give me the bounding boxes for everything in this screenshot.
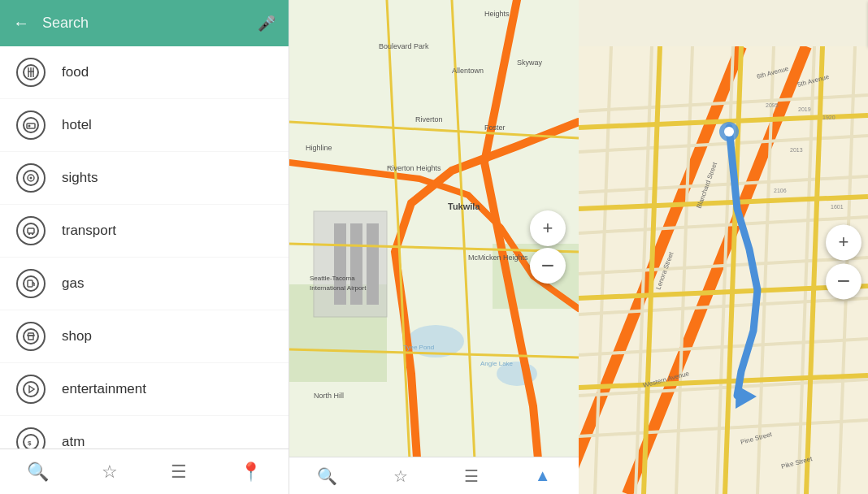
- svg-text:Highline: Highline: [306, 144, 332, 152]
- back-button[interactable]: ←: [13, 14, 29, 32]
- menu-item-gas-label: gas: [62, 275, 84, 292]
- search-map-icon[interactable]: 🔍: [317, 466, 337, 486]
- zoom-out-button[interactable]: −: [530, 248, 566, 284]
- sights-icon: [16, 163, 46, 193]
- svg-point-10: [30, 177, 33, 180]
- svg-text:Seattle-Tacoma: Seattle-Tacoma: [310, 275, 355, 282]
- zoom-out-nav-button[interactable]: −: [826, 263, 861, 299]
- menu-item-gas[interactable]: gas: [0, 258, 289, 310]
- map-overview[interactable]: Heights Boulevard Park Allentown Skyway …: [289, 0, 579, 494]
- svg-text:Foster: Foster: [484, 124, 506, 132]
- favorites-map-icon[interactable]: ☆: [393, 466, 408, 486]
- svg-point-5: [24, 118, 38, 132]
- menu-item-shop-label: shop: [62, 328, 92, 344]
- menu-item-atm-label: atm: [62, 434, 85, 448]
- bottom-toolbar-left: 🔍 ☆ ☰ 📍: [0, 448, 289, 494]
- search-icon[interactable]: 🔍: [27, 462, 49, 483]
- search-input-label[interactable]: Search: [42, 15, 245, 32]
- zoom-in-button[interactable]: +: [530, 210, 566, 246]
- menu-item-sights[interactable]: sights: [0, 152, 289, 205]
- menu-item-transport[interactable]: transport: [0, 205, 289, 258]
- navigate-map-icon[interactable]: ▲: [535, 466, 551, 485]
- svg-text:$: $: [28, 440, 32, 447]
- svg-text:Riverton: Riverton: [415, 115, 443, 124]
- menu-item-food-label: food: [62, 64, 89, 80]
- svg-rect-12: [28, 228, 34, 233]
- svg-text:Riverton Heights: Riverton Heights: [387, 164, 441, 172]
- svg-rect-20: [28, 336, 33, 340]
- svg-point-11: [24, 223, 38, 238]
- zoom-in-nav-button[interactable]: +: [826, 224, 861, 260]
- menu-item-food[interactable]: food: [0, 46, 289, 99]
- menu-item-shop[interactable]: shop: [0, 310, 289, 363]
- menu-item-hotel-label: hotel: [62, 117, 92, 133]
- svg-point-85: [724, 127, 734, 136]
- svg-text:North Hill: North Hill: [314, 392, 344, 400]
- food-icon: [16, 58, 46, 87]
- svg-text:International Airport: International Airport: [310, 284, 367, 292]
- svg-text:2095: 2095: [766, 102, 779, 108]
- menu-item-entertainment-label: entertainment: [62, 381, 146, 397]
- svg-point-21: [24, 382, 38, 396]
- svg-text:Tukwila: Tukwila: [448, 202, 480, 211]
- svg-point-19: [24, 329, 38, 344]
- svg-text:Allentown: Allentown: [452, 67, 484, 75]
- menu-item-sights-label: sights: [62, 170, 98, 186]
- svg-text:Tyee Pond: Tyee Pond: [403, 344, 434, 351]
- svg-point-14: [32, 233, 33, 235]
- svg-rect-40: [350, 223, 362, 305]
- zoom-controls-left: + −: [530, 210, 566, 284]
- map-area: Heights Boulevard Park Allentown Skyway …: [289, 0, 868, 494]
- menu-item-transport-label: transport: [62, 223, 116, 239]
- svg-text:1601: 1601: [831, 204, 844, 210]
- svg-text:2106: 2106: [774, 188, 787, 193]
- transport-icon: [16, 216, 46, 245]
- category-list: foodhotelsightstransportgasshopentertain…: [0, 46, 289, 448]
- svg-text:2013: 2013: [790, 147, 803, 153]
- svg-rect-41: [367, 223, 379, 305]
- svg-marker-22: [29, 386, 34, 392]
- svg-point-15: [24, 276, 38, 291]
- svg-text:Heights: Heights: [484, 10, 510, 18]
- atm-icon: $: [16, 427, 46, 448]
- bottom-toolbar-map-left: 🔍 ☆ ☰ ▲: [289, 457, 579, 494]
- zoom-controls-right: + −: [826, 224, 861, 299]
- mic-button[interactable]: 🎤: [258, 15, 276, 32]
- svg-text:McMicken Heights: McMicken Heights: [468, 254, 528, 262]
- svg-text:Angle Lake: Angle Lake: [480, 360, 514, 367]
- svg-point-7: [28, 125, 31, 128]
- left-panel: ← Search 🎤 foodhotelsightstransportgassh…: [0, 0, 289, 494]
- entertainment-icon: [16, 375, 46, 404]
- map-navigation[interactable]: 6th Avenue 5th Avenue Blanchard Street L…: [579, 0, 868, 494]
- svg-point-13: [28, 233, 30, 235]
- svg-text:1920: 1920: [822, 115, 835, 120]
- svg-text:Boulevard Park: Boulevard Park: [379, 42, 429, 50]
- menu-item-entertainment[interactable]: entertainment: [0, 363, 289, 416]
- svg-rect-16: [28, 280, 33, 287]
- svg-text:2019: 2019: [798, 106, 811, 112]
- gas-icon: [16, 269, 46, 298]
- location-icon[interactable]: 📍: [240, 462, 262, 483]
- menu-icon[interactable]: ☰: [171, 462, 187, 483]
- svg-text:Skyway: Skyway: [517, 58, 543, 67]
- layers-map-icon[interactable]: ☰: [464, 466, 479, 486]
- menu-item-atm[interactable]: $atm: [0, 416, 289, 448]
- shop-icon: [16, 322, 46, 351]
- menu-item-hotel[interactable]: hotel: [0, 99, 289, 152]
- hotel-icon: [16, 110, 46, 140]
- svg-rect-39: [334, 223, 346, 305]
- favorites-icon[interactable]: ☆: [102, 462, 118, 483]
- search-bar: ← Search 🎤: [0, 0, 289, 46]
